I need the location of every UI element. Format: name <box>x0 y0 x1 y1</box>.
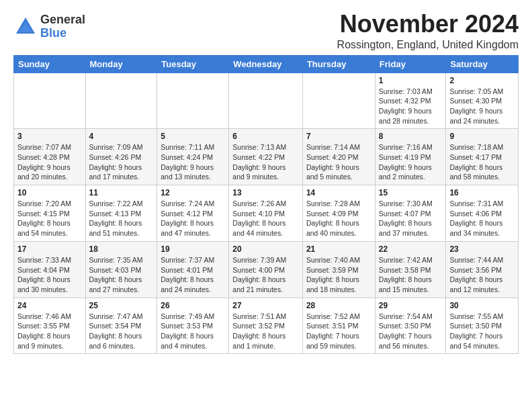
day-number: 2 <box>449 76 515 85</box>
table-row: 25Sunrise: 7:47 AM Sunset: 3:54 PM Dayli… <box>85 298 157 354</box>
table-row: 5Sunrise: 7:11 AM Sunset: 4:24 PM Daylig… <box>157 129 229 185</box>
table-row: 4Sunrise: 7:09 AM Sunset: 4:26 PM Daylig… <box>85 129 157 185</box>
table-row <box>302 73 375 129</box>
calendar-table: Sunday Monday Tuesday Wednesday Thursday… <box>13 55 519 355</box>
day-number: 23 <box>449 244 515 254</box>
day-number: 13 <box>232 188 299 197</box>
logo: General Blue <box>13 13 85 40</box>
table-row: 10Sunrise: 7:20 AM Sunset: 4:15 PM Dayli… <box>14 185 86 242</box>
header-row: Sunday Monday Tuesday Wednesday Thursday… <box>14 55 519 73</box>
day-number: 1 <box>379 76 443 85</box>
day-info: Sunrise: 7:20 AM Sunset: 4:15 PM Dayligh… <box>17 199 82 238</box>
table-row: 3Sunrise: 7:07 AM Sunset: 4:28 PM Daylig… <box>14 129 86 185</box>
table-row <box>157 73 229 129</box>
day-number: 5 <box>161 132 225 141</box>
table-row: 23Sunrise: 7:44 AM Sunset: 3:56 PM Dayli… <box>446 241 519 298</box>
day-info: Sunrise: 7:52 AM Sunset: 3:51 PM Dayligh… <box>306 312 371 351</box>
day-info: Sunrise: 7:07 AM Sunset: 4:28 PM Dayligh… <box>17 142 82 182</box>
day-info: Sunrise: 7:26 AM Sunset: 4:10 PM Dayligh… <box>232 199 299 238</box>
table-row: 1Sunrise: 7:03 AM Sunset: 4:32 PM Daylig… <box>375 73 446 129</box>
calendar-row: 24Sunrise: 7:46 AM Sunset: 3:55 PM Dayli… <box>14 298 519 354</box>
logo-blue: Blue <box>40 27 85 40</box>
col-saturday: Saturday <box>446 55 519 73</box>
day-info: Sunrise: 7:24 AM Sunset: 4:12 PM Dayligh… <box>161 199 225 238</box>
col-monday: Monday <box>85 55 157 73</box>
day-info: Sunrise: 7:46 AM Sunset: 3:55 PM Dayligh… <box>17 312 82 351</box>
day-number: 4 <box>89 132 154 141</box>
day-info: Sunrise: 7:51 AM Sunset: 3:52 PM Dayligh… <box>232 312 299 351</box>
table-row: 28Sunrise: 7:52 AM Sunset: 3:51 PM Dayli… <box>302 298 375 354</box>
day-number: 15 <box>379 188 443 197</box>
day-number: 26 <box>161 301 225 310</box>
col-wednesday: Wednesday <box>229 55 303 73</box>
day-number: 22 <box>379 244 443 254</box>
table-row: 14Sunrise: 7:28 AM Sunset: 4:09 PM Dayli… <box>302 185 375 242</box>
day-number: 14 <box>306 188 371 197</box>
day-info: Sunrise: 7:31 AM Sunset: 4:06 PM Dayligh… <box>449 199 515 238</box>
table-row: 13Sunrise: 7:26 AM Sunset: 4:10 PM Dayli… <box>229 185 303 242</box>
month-title: November 2024 <box>337 11 519 38</box>
table-row: 30Sunrise: 7:55 AM Sunset: 3:50 PM Dayli… <box>446 298 519 354</box>
day-number: 11 <box>89 188 154 197</box>
day-number: 28 <box>306 301 371 310</box>
day-info: Sunrise: 7:39 AM Sunset: 4:00 PM Dayligh… <box>232 255 299 295</box>
col-thursday: Thursday <box>302 55 375 73</box>
day-number: 3 <box>17 132 82 141</box>
table-row: 9Sunrise: 7:18 AM Sunset: 4:17 PM Daylig… <box>446 129 519 185</box>
day-number: 6 <box>232 132 299 141</box>
day-number: 21 <box>306 244 371 254</box>
calendar-row: 10Sunrise: 7:20 AM Sunset: 4:15 PM Dayli… <box>14 185 519 242</box>
table-row: 7Sunrise: 7:14 AM Sunset: 4:20 PM Daylig… <box>302 129 375 185</box>
day-info: Sunrise: 7:40 AM Sunset: 3:59 PM Dayligh… <box>306 255 371 295</box>
day-number: 9 <box>449 132 515 141</box>
day-info: Sunrise: 7:54 AM Sunset: 3:50 PM Dayligh… <box>379 312 443 351</box>
day-info: Sunrise: 7:49 AM Sunset: 3:53 PM Dayligh… <box>161 312 225 351</box>
day-number: 20 <box>232 244 299 254</box>
page: General Blue November 2024 Rossington, E… <box>0 0 532 361</box>
day-info: Sunrise: 7:35 AM Sunset: 4:03 PM Dayligh… <box>89 255 154 295</box>
location: Rossington, England, United Kingdom <box>337 39 519 51</box>
calendar-row: 17Sunrise: 7:33 AM Sunset: 4:04 PM Dayli… <box>14 241 519 298</box>
header: General Blue November 2024 Rossington, E… <box>13 11 519 51</box>
table-row: 22Sunrise: 7:42 AM Sunset: 3:58 PM Dayli… <box>375 241 446 298</box>
day-info: Sunrise: 7:47 AM Sunset: 3:54 PM Dayligh… <box>89 312 154 351</box>
day-number: 25 <box>89 301 154 310</box>
table-row: 12Sunrise: 7:24 AM Sunset: 4:12 PM Dayli… <box>157 185 229 242</box>
day-number: 7 <box>306 132 371 141</box>
table-row: 8Sunrise: 7:16 AM Sunset: 4:19 PM Daylig… <box>375 129 446 185</box>
day-info: Sunrise: 7:14 AM Sunset: 4:20 PM Dayligh… <box>306 142 371 182</box>
col-sunday: Sunday <box>14 55 86 73</box>
table-row: 17Sunrise: 7:33 AM Sunset: 4:04 PM Dayli… <box>14 241 86 298</box>
day-info: Sunrise: 7:55 AM Sunset: 3:50 PM Dayligh… <box>449 312 515 351</box>
day-number: 8 <box>379 132 443 141</box>
table-row: 19Sunrise: 7:37 AM Sunset: 4:01 PM Dayli… <box>157 241 229 298</box>
day-info: Sunrise: 7:11 AM Sunset: 4:24 PM Dayligh… <box>161 142 225 182</box>
day-info: Sunrise: 7:44 AM Sunset: 3:56 PM Dayligh… <box>449 255 515 295</box>
day-number: 27 <box>232 301 299 310</box>
day-info: Sunrise: 7:28 AM Sunset: 4:09 PM Dayligh… <box>306 199 371 238</box>
table-row <box>14 73 86 129</box>
table-row: 18Sunrise: 7:35 AM Sunset: 4:03 PM Dayli… <box>85 241 157 298</box>
day-info: Sunrise: 7:09 AM Sunset: 4:26 PM Dayligh… <box>89 142 154 182</box>
calendar-row: 3Sunrise: 7:07 AM Sunset: 4:28 PM Daylig… <box>14 129 519 185</box>
day-info: Sunrise: 7:37 AM Sunset: 4:01 PM Dayligh… <box>161 255 225 295</box>
day-info: Sunrise: 7:05 AM Sunset: 4:30 PM Dayligh… <box>449 87 515 126</box>
day-info: Sunrise: 7:33 AM Sunset: 4:04 PM Dayligh… <box>17 255 82 295</box>
title-section: November 2024 Rossington, England, Unite… <box>337 11 519 51</box>
day-info: Sunrise: 7:03 AM Sunset: 4:32 PM Dayligh… <box>379 87 443 126</box>
table-row: 16Sunrise: 7:31 AM Sunset: 4:06 PM Dayli… <box>446 185 519 242</box>
day-number: 30 <box>449 301 515 310</box>
logo-general: General <box>40 13 85 27</box>
day-info: Sunrise: 7:42 AM Sunset: 3:58 PM Dayligh… <box>379 255 443 295</box>
col-friday: Friday <box>375 55 446 73</box>
table-row: 15Sunrise: 7:30 AM Sunset: 4:07 PM Dayli… <box>375 185 446 242</box>
day-number: 10 <box>17 188 82 197</box>
table-row: 26Sunrise: 7:49 AM Sunset: 3:53 PM Dayli… <box>157 298 229 354</box>
table-row: 24Sunrise: 7:46 AM Sunset: 3:55 PM Dayli… <box>14 298 86 354</box>
day-number: 12 <box>161 188 225 197</box>
table-row: 29Sunrise: 7:54 AM Sunset: 3:50 PM Dayli… <box>375 298 446 354</box>
table-row: 27Sunrise: 7:51 AM Sunset: 3:52 PM Dayli… <box>229 298 303 354</box>
logo-text: General Blue <box>40 13 85 40</box>
day-info: Sunrise: 7:16 AM Sunset: 4:19 PM Dayligh… <box>379 142 443 182</box>
day-number: 17 <box>17 244 82 254</box>
